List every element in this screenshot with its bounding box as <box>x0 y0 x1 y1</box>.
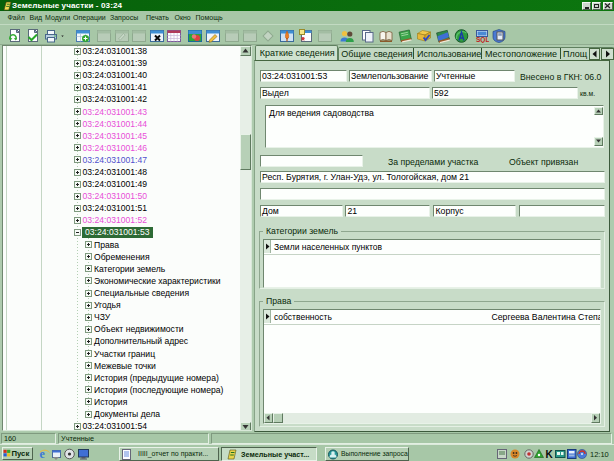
svg-text:SQL: SQL <box>476 36 489 43</box>
svg-text:K: K <box>546 449 554 459</box>
